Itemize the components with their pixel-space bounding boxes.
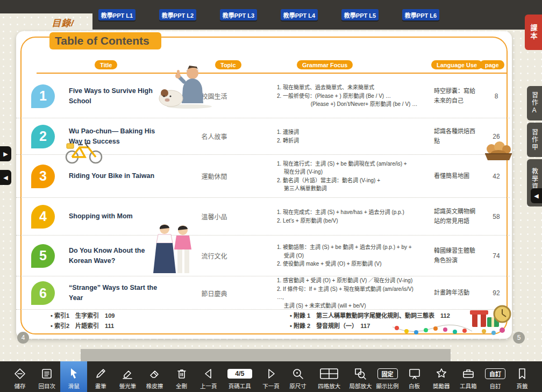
left-edge-prev-arrow-icon[interactable]: ◀ <box>0 170 11 185</box>
page-bottom-shadow <box>81 349 451 361</box>
book-page: Table of Contents Title Topic Grammar Fo… <box>16 31 512 339</box>
ebook-app-window: 教學PPT L1 教學PPT L2 教學PPT L3 教學PPT L4 教學PP… <box>0 0 542 392</box>
page-number-left: 4 <box>17 332 29 344</box>
page-title: Table of Contents <box>49 32 161 49</box>
ppt-button-l6[interactable]: 教學PPT L6 <box>402 9 439 20</box>
bottom-toolbar: 儲存 回目次 滑鼠 畫筆 螢光筆 <box>0 361 542 392</box>
toolbar-button-next-page[interactable]: 下一頁 <box>258 361 284 392</box>
cursor-icon <box>67 366 80 381</box>
grammar-line: 1. 感官動詞 + 受詞 (O) + 原形動詞 (V) ／現在分詞 (V-ing… <box>277 276 421 285</box>
unit-number-badge: 4 <box>31 205 55 229</box>
toolbar-button-display-ratio[interactable]: 固定 顯示比例 <box>374 361 401 392</box>
toolbar-button-toolbox[interactable]: 工具箱 <box>455 361 482 392</box>
tab-workbook-jia[interactable]: 習作甲 <box>527 123 542 157</box>
unit-page-number: 92 <box>483 289 510 297</box>
grammar-line: 受詞 (O) <box>277 252 421 260</box>
unit-topic: 溫馨小品 <box>192 212 254 221</box>
toolbar-label: 橡皮擦 <box>146 382 163 390</box>
grammar-line: 2. Let’s + 原形動詞 (be/V) <box>277 217 421 225</box>
toolbar-button-highlighter[interactable]: 螢光筆 <box>114 361 141 392</box>
ppt-button-l5[interactable]: 教學PPT L5 <box>341 9 379 20</box>
toolbar-label: 頁籤 <box>516 382 527 390</box>
unit-language-use: 看懂簡易地圖 <box>421 172 483 181</box>
toolbar-label: 下一頁 <box>262 382 280 390</box>
toolbar-label: 畫筆 <box>95 382 106 390</box>
ppt-button-l3[interactable]: 教學PPT L3 <box>220 9 257 20</box>
tab-workbook-a[interactable]: 習作A <box>527 86 542 120</box>
ppt-button-l2[interactable]: 教學PPT L2 <box>159 9 196 20</box>
unit-grammar-focus: 1. 連接詞 2. 轉折詞 <box>254 128 421 145</box>
column-header-grammar-focus: Grammar Focus <box>297 60 353 69</box>
toolbar-label: 工具箱 <box>460 382 477 390</box>
ppt-button-l4[interactable]: 教學PPT L4 <box>281 9 318 20</box>
photo-youbike-bicycle <box>62 137 105 165</box>
toolbar-label: 四格放大 <box>318 382 340 390</box>
tab-textbook[interactable]: 課本 <box>525 15 542 50</box>
toolbar-label: 局部放大 <box>349 382 372 390</box>
unit-grammar-focus: 1. 現在進行式：主詞 (S) + be 動詞現在式 (am/are/is) +… <box>254 160 421 193</box>
area-zoom-icon <box>354 366 367 381</box>
trash-icon <box>175 366 188 381</box>
toolbar-label: 螢光筆 <box>119 382 137 390</box>
grammar-line: (Please +) Don’t/Never+ 原形動詞 (be / V) … <box>277 100 421 109</box>
toolbar-button-reward[interactable]: 獎勵器 <box>428 361 455 392</box>
toolbar-button-prev-page[interactable]: 上一頁 <box>195 361 222 392</box>
toolbar-label: 回目次 <box>38 382 55 390</box>
reward-star-icon <box>435 366 448 381</box>
toolbar-page-number-tool[interactable]: 4/5 頁碼工具 <box>222 361 258 392</box>
unit-topic: 流行文化 <box>192 251 254 260</box>
four-grid-icon <box>319 366 339 381</box>
column-header-page: page <box>480 60 504 69</box>
bookmark-icon <box>516 366 529 381</box>
toolbar-button-whiteboard[interactable]: 白板 <box>401 361 428 392</box>
top-bar: 教學PPT L1 教學PPT L2 教學PPT L3 教學PPT L4 教學PP… <box>0 0 542 30</box>
toolbar-button-back-to-toc[interactable]: 回目次 <box>33 361 60 392</box>
collapse-right-arrow-icon[interactable]: ◀ <box>531 188 542 203</box>
toolbar-button-mouse[interactable]: 滑鼠 <box>60 361 87 392</box>
left-edge-next-arrow-icon[interactable]: ▶ <box>0 146 11 161</box>
toolbar-label: 全刪 <box>176 382 187 390</box>
eraser-icon <box>148 366 161 381</box>
unit-language-use: 時空膠囊：寫給未來的自己 <box>421 87 483 105</box>
unit-page-number: 58 <box>483 213 510 220</box>
toolbox-icon <box>462 366 475 381</box>
toolbar-label: 自訂 <box>489 382 501 390</box>
decor-gifts-clock-garland <box>391 299 513 338</box>
grammar-line: 現在分詞 (V-ing) <box>277 168 421 176</box>
unit-number-badge: 3 <box>31 165 55 188</box>
unit-topic: 運動休閒 <box>192 172 254 181</box>
grammar-line: 第三人稱單數動詞 <box>277 184 421 193</box>
index-list: • 索引1 生字索引 109 • 索引2 片語索引 111 <box>51 311 228 331</box>
index-item: • 索引1 生字索引 109 <box>51 311 228 321</box>
toolbar-button-original-size[interactable]: 原尺寸 <box>284 361 311 392</box>
grammar-line: 1. 現在簡單式、過去簡單式、未來簡單式 <box>277 83 421 92</box>
toolbar-label: 原尺寸 <box>289 382 306 390</box>
whiteboard-icon <box>408 366 421 381</box>
unit-page-number: 42 <box>483 173 510 180</box>
unit-language-use: 計畫跨年活動 <box>421 288 483 297</box>
toolbar-button-page-tabs[interactable]: 頁籤 <box>509 361 536 392</box>
magnifier-icon <box>291 366 304 381</box>
page-indicator[interactable]: 4/5 <box>227 369 252 379</box>
grammar-line: 2. 轉折詞 <box>277 137 421 145</box>
toc-kicker: 目錄/ <box>52 16 74 29</box>
unit-number-badge: 6 <box>31 281 55 305</box>
column-header-title: Title <box>95 60 117 69</box>
header-divider-line <box>37 73 508 74</box>
toolbar-button-delete-all[interactable]: 全刪 <box>168 361 195 392</box>
unit-language-use: 認識各種烘焙西點 <box>421 127 483 145</box>
unit-grammar-focus: 1. 現在完成式：主詞 (S) + have/has + 過去分詞 (p.p.)… <box>254 208 421 225</box>
photo-hanbok-couple <box>152 223 195 275</box>
unit-title: “Strange” Ways to Start the Year <box>69 283 192 303</box>
toolbar-button-four-grid-zoom[interactable]: 四格放大 <box>311 361 347 392</box>
ppt-button-l1[interactable]: 教學PPT L1 <box>98 9 136 20</box>
toolbar-button-area-zoom[interactable]: 局部放大 <box>347 361 374 392</box>
unit-topic: 節日慶典 <box>192 289 254 298</box>
toolbar-button-pen[interactable]: 畫筆 <box>87 361 114 392</box>
unit-title: Riding Your Bike in Taiwan <box>69 171 192 181</box>
toc-list-icon <box>40 366 53 381</box>
toolbar-button-custom[interactable]: 自訂 自訂 <box>482 361 509 392</box>
toolbar-button-eraser[interactable]: 橡皮擦 <box>141 361 168 392</box>
toolbar-button-save[interactable]: 儲存 <box>6 361 33 392</box>
toolbar-label: 滑鼠 <box>68 382 80 390</box>
